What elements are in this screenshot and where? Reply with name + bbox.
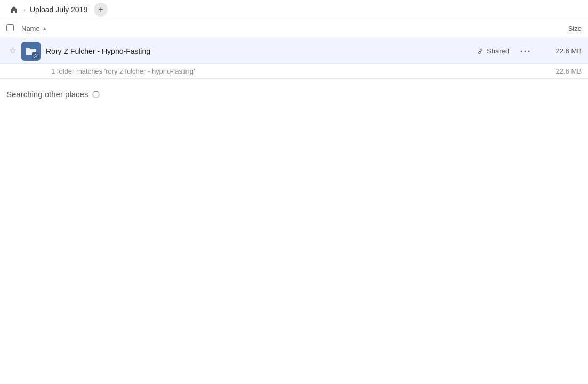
more-options-button[interactable] xyxy=(518,44,533,59)
sort-arrow-icon: ▲ xyxy=(42,26,47,31)
match-note-size: 22.6 MB xyxy=(556,67,582,75)
size-column-header: Size xyxy=(539,25,582,33)
select-all-checkbox[interactable] xyxy=(6,24,17,33)
add-button[interactable]: + xyxy=(94,3,108,17)
loading-spinner xyxy=(92,91,100,98)
match-note-row: 1 folder matches 'rory z fulcher - hypno… xyxy=(0,64,588,79)
match-note-text: 1 folder matches 'rory z fulcher - hypno… xyxy=(51,67,195,75)
searching-text: Searching other places xyxy=(6,90,88,99)
svg-point-2 xyxy=(528,50,530,52)
star-button[interactable] xyxy=(6,45,19,58)
name-column-header[interactable]: Name ▲ xyxy=(21,25,539,33)
searching-section: Searching other places xyxy=(0,79,588,109)
breadcrumb-bar: › Upload July 2019 + xyxy=(0,0,588,19)
folder-icon xyxy=(21,42,41,61)
column-headers: Name ▲ Size xyxy=(0,19,588,38)
shared-badge: Shared xyxy=(477,47,509,55)
home-button[interactable] xyxy=(6,2,21,17)
file-size-label: 22.6 MB xyxy=(539,47,582,55)
file-name-label: Rory Z Fulcher - Hypno-Fasting xyxy=(46,47,477,55)
breadcrumb-title: Upload July 2019 xyxy=(28,5,90,14)
svg-point-1 xyxy=(525,50,526,52)
breadcrumb-separator: › xyxy=(23,6,26,13)
file-list-row[interactable]: Rory Z Fulcher - Hypno-Fasting Shared 22… xyxy=(0,38,588,64)
svg-point-0 xyxy=(521,50,522,52)
